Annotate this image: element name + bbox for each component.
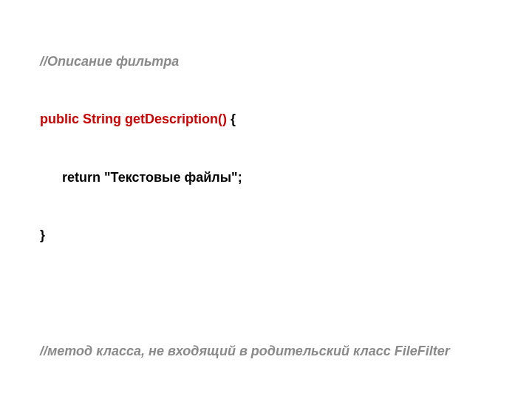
comment-line: //метод класса, не входящий в родительск… bbox=[40, 344, 450, 358]
keyword: public String bbox=[40, 112, 125, 126]
code-text: { bbox=[227, 112, 236, 126]
method-name: getDescription() bbox=[125, 112, 227, 126]
brace: } bbox=[40, 228, 45, 242]
code-text: return bbox=[62, 170, 104, 185]
string-literal: "Текстовые файлы"; bbox=[104, 170, 242, 185]
code-block: //Описание фильтра public String getDesc… bbox=[0, 13, 532, 399]
comment-line: //Описание фильтра bbox=[40, 54, 179, 69]
